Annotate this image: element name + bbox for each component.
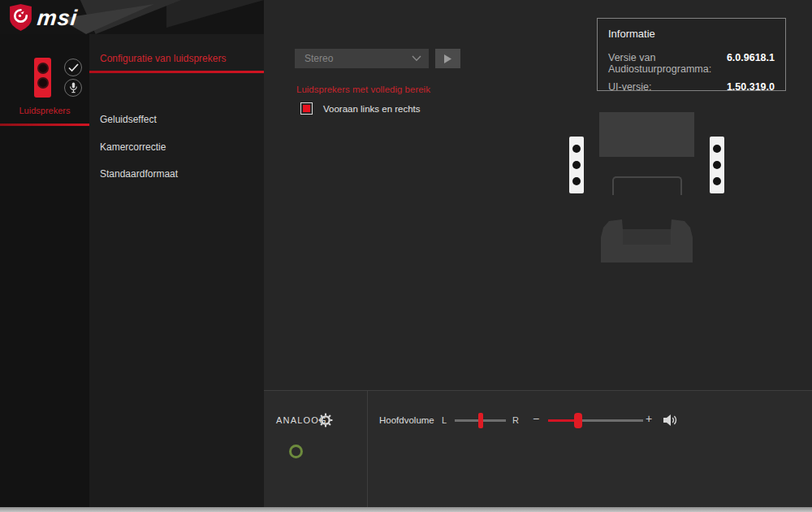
balance-slider[interactable] xyxy=(455,419,506,422)
active-menu-underline xyxy=(89,71,264,73)
device-sidebar: Luidsprekers xyxy=(0,34,89,507)
analog-jack-indicator[interactable] xyxy=(289,445,303,458)
volume-decrease-button[interactable]: − xyxy=(533,412,539,425)
front-left-speaker[interactable] xyxy=(569,137,584,193)
front-left-right-checkbox-row[interactable]: Vooraan links en rechts xyxy=(300,102,421,115)
menu-item-default-format[interactable]: Standaardformaat xyxy=(100,167,178,180)
full-range-section-label: Luidsprekers met volledig bereik xyxy=(296,85,430,94)
mute-toggle-button[interactable] xyxy=(663,414,678,427)
front-left-right-checkbox[interactable] xyxy=(300,102,313,115)
chevron-down-icon xyxy=(412,55,429,62)
header-facet xyxy=(166,0,264,28)
speaker-driver-dot xyxy=(37,77,49,89)
ui-version-label: UI-versie: xyxy=(608,81,651,93)
msi-logo: msi xyxy=(10,4,78,31)
ui-version-row: UI-versie: 1.50.319.0 xyxy=(608,81,775,93)
bottom-bar-divider xyxy=(367,391,368,507)
desk-outline xyxy=(612,176,682,195)
menu-item-room-correction[interactable]: Kamercorrectie xyxy=(100,141,166,154)
balance-right-label: R xyxy=(512,415,519,425)
menu-item-sound-effect[interactable]: Geluidseffect xyxy=(100,113,157,126)
gear-icon xyxy=(318,413,333,427)
microphone-icon xyxy=(68,82,79,93)
information-popup: Informatie Versie van Audiostuurprogramm… xyxy=(597,18,786,91)
speaker-mode-value: Stereo xyxy=(295,53,412,64)
speaker-driver-dot xyxy=(37,63,49,74)
speaker-device-icon[interactable] xyxy=(34,58,51,98)
device-active-underline xyxy=(0,124,89,126)
popup-title: Informatie xyxy=(608,28,775,40)
volume-handle[interactable] xyxy=(574,413,582,428)
sofa-top-view xyxy=(601,219,693,263)
volume-slider[interactable] xyxy=(548,419,643,422)
balance-handle[interactable] xyxy=(478,413,483,428)
driver-version-row: Versie van Audiostuurprogramma: 6.0.9618… xyxy=(608,52,775,75)
msi-dragon-shield-icon xyxy=(10,4,32,31)
recording-mic-button[interactable] xyxy=(64,79,82,97)
speaker-mode-dropdown[interactable]: Stereo xyxy=(295,49,429,68)
settings-menu: Configuratie van luidsprekers Geluidseff… xyxy=(89,34,264,507)
speaker-volume-icon xyxy=(663,414,678,427)
play-icon xyxy=(444,54,451,63)
front-right-speaker[interactable] xyxy=(710,137,724,193)
ui-version-value: 1.50.319.0 xyxy=(727,81,775,93)
test-play-button[interactable] xyxy=(435,49,460,68)
msi-audio-console-window: msi Luidsprekers Co xyxy=(0,0,812,512)
volume-increase-button[interactable]: + xyxy=(646,412,652,425)
connector-settings-button[interactable] xyxy=(318,413,333,427)
master-volume-label: Hoofdvolume xyxy=(379,415,434,425)
front-left-right-checkbox-label: Vooraan links en rechts xyxy=(323,104,421,114)
playback-check-button[interactable] xyxy=(64,59,82,76)
check-circle-icon xyxy=(68,63,79,72)
bottom-bar: ANALOOG Hoo xyxy=(264,390,812,507)
menu-item-speaker-configuration[interactable]: Configuratie van luidsprekers xyxy=(100,52,226,65)
driver-version-value: 6.0.9618.1 xyxy=(727,52,775,75)
window-bottom-edge xyxy=(0,507,812,512)
balance-left-label: L xyxy=(442,415,447,425)
msi-logo-text: msi xyxy=(36,5,79,31)
tv-screen xyxy=(599,112,694,157)
driver-version-label: Versie van Audiostuurprogramma: xyxy=(608,52,727,75)
header: msi xyxy=(0,0,264,34)
device-label[interactable]: Luidsprekers xyxy=(0,106,89,115)
